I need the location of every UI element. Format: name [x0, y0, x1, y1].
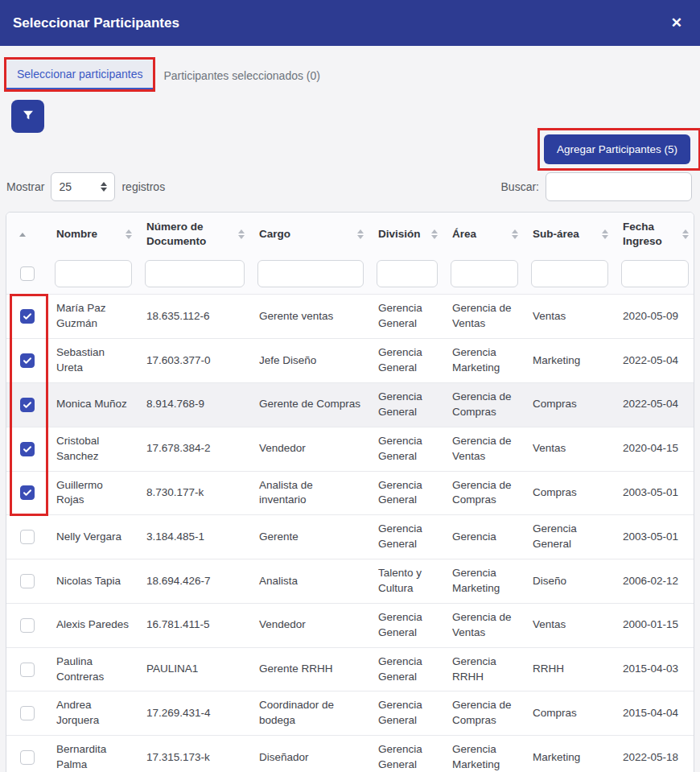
row-checkbox-cell: [6, 427, 48, 471]
row-checkbox-cell: [6, 383, 48, 427]
row-checkbox-checked[interactable]: [20, 442, 35, 456]
cell-division: Gerencia General: [370, 603, 444, 647]
filter-input-area[interactable]: [451, 260, 518, 287]
filter-input-division[interactable]: [377, 260, 438, 287]
search-input[interactable]: [546, 172, 692, 201]
filter-input-cargo[interactable]: [257, 260, 364, 287]
row-checkbox[interactable]: [20, 750, 35, 765]
row-checkbox-cell: [6, 603, 48, 647]
cell-nombre: María Paz Guzmán: [48, 295, 138, 339]
column-header-n-mero-de-documento[interactable]: Número de Documento: [138, 213, 251, 256]
row-checkbox-checked[interactable]: [20, 398, 35, 412]
column-header-sub-rea[interactable]: Sub-área: [525, 213, 615, 256]
column-header-label: Número de Documento: [146, 221, 206, 247]
table-row: Alexis Paredes16.781.411-5VendedorGerenc…: [6, 603, 694, 647]
cell-fecha: 2003-05-01: [615, 471, 694, 515]
cell-fecha: 2015-04-04: [615, 691, 694, 736]
close-icon[interactable]: ✕: [666, 13, 687, 33]
cell-fecha: 2020-05-09: [615, 295, 694, 339]
row-checkbox-checked[interactable]: [20, 353, 35, 368]
cell-documento: 8.914.768-9: [138, 383, 251, 427]
cell-nombre: Paulina Contreras: [48, 647, 138, 691]
cell-division: Gerencia General: [370, 691, 444, 736]
tab-label: Participantes seleccionados (0): [163, 69, 320, 82]
row-checkbox-cell: [6, 736, 48, 772]
cell-fecha: 2022-05-04: [615, 383, 694, 427]
tab-label: Seleccionar participantes: [17, 68, 142, 81]
cell-subarea: Compras: [525, 471, 615, 515]
cell-area: Gerencia RRHH: [444, 647, 525, 691]
cell-area: Gerencia de Compras: [444, 691, 525, 736]
row-checkbox[interactable]: [20, 706, 35, 720]
select-all-checkbox[interactable]: [20, 266, 35, 281]
cell-area: Gerencia: [444, 515, 525, 559]
column-header-label: Área: [452, 228, 476, 240]
column-header-label: Sub-área: [533, 228, 579, 240]
row-checkbox[interactable]: [20, 618, 35, 633]
tab-participantes-seleccionados[interactable]: Participantes seleccionados (0): [153, 62, 331, 89]
column-header-divisi-n[interactable]: División: [370, 213, 444, 256]
row-checkbox[interactable]: [20, 574, 35, 588]
cell-area: Gerencia Marketing: [444, 559, 525, 604]
cell-subarea: Gerencia General: [525, 515, 615, 559]
column-header--rea[interactable]: Área: [444, 213, 525, 256]
row-checkbox-cell: [6, 515, 48, 559]
cell-division: Gerencia General: [370, 339, 444, 383]
filter-input-subarea[interactable]: [531, 260, 608, 287]
cell-cargo: Gerente de Compras: [251, 383, 370, 427]
cell-nombre: Monica Muñoz: [48, 383, 138, 427]
row-checkbox-checked[interactable]: [20, 485, 35, 500]
column-header-checkbox[interactable]: [6, 213, 48, 256]
cell-division: Gerencia General: [370, 383, 444, 427]
filter-cell: [370, 256, 444, 295]
cell-documento: 3.184.485-1: [138, 515, 251, 559]
cell-division: Gerencia General: [370, 647, 444, 691]
cell-division: Talento y Cultura: [370, 559, 444, 604]
cell-subarea: Marketing: [525, 736, 615, 772]
row-checkbox-cell: [6, 647, 48, 691]
row-checkbox-cell: [6, 295, 48, 339]
row-checkbox[interactable]: [20, 663, 35, 677]
modal-title: Seleccionar Participantes: [13, 15, 179, 31]
table-row: Nelly Vergara3.184.485-1GerenteGerencia …: [6, 515, 694, 559]
row-checkbox-checked[interactable]: [20, 309, 35, 324]
sort-both-icon: [357, 229, 364, 239]
row-checkbox[interactable]: [20, 530, 35, 544]
funnel-icon: [22, 109, 35, 125]
filter-input-documento[interactable]: [145, 260, 245, 287]
cell-fecha: 2006-02-12: [615, 559, 694, 604]
filter-button[interactable]: [11, 100, 44, 133]
cell-area: Gerencia de Compras: [444, 471, 525, 515]
column-header-fecha-ingreso[interactable]: Fecha Ingreso: [615, 213, 694, 256]
sort-both-icon: [238, 229, 245, 239]
sort-both-icon: [512, 229, 518, 239]
cell-division: Gerencia General: [370, 515, 444, 559]
column-header-nombre[interactable]: Nombre: [48, 213, 138, 256]
cell-cargo: Jefe Diseño: [251, 339, 370, 383]
cell-area: Gerencia Marketing: [444, 339, 525, 383]
sort-both-icon: [682, 229, 689, 239]
cell-nombre: Cristobal Sanchez: [48, 427, 138, 471]
cell-cargo: Diseñador: [251, 736, 370, 772]
cell-division: Gerencia General: [370, 427, 444, 471]
column-header-label: Fecha Ingreso: [623, 221, 662, 247]
cell-subarea: Marketing: [525, 339, 615, 383]
filter-input-fecha[interactable]: [621, 260, 689, 287]
column-header-cargo[interactable]: Cargo: [251, 213, 370, 256]
page-length-value: 25: [59, 180, 72, 193]
cell-fecha: 2022-05-04: [615, 339, 694, 383]
cell-fecha: 2015-04-03: [615, 647, 694, 691]
cell-division: Gerencia General: [370, 736, 444, 772]
filter-cell: [615, 256, 694, 295]
tab-seleccionar-participantes[interactable]: Seleccionar participantes: [6, 60, 153, 89]
column-header-label: División: [378, 228, 421, 240]
cell-cargo: Analista de inventario: [251, 471, 370, 515]
table-row: Cristobal Sanchez17.678.384-2VendedorGer…: [6, 427, 694, 471]
cell-area: Gerencia de Ventas: [444, 295, 525, 339]
agregar-participantes-button[interactable]: Agregar Participantes (5): [544, 134, 690, 164]
page-length-select[interactable]: 25: [51, 172, 115, 201]
cell-subarea: Diseño: [525, 559, 615, 604]
filter-input-nombre[interactable]: [55, 260, 132, 287]
table-row: Nicolas Tapia18.694.426-7AnalistaTalento…: [6, 559, 694, 604]
table-row: Paulina ContrerasPAULINA1Gerente RRHHGer…: [6, 647, 694, 691]
